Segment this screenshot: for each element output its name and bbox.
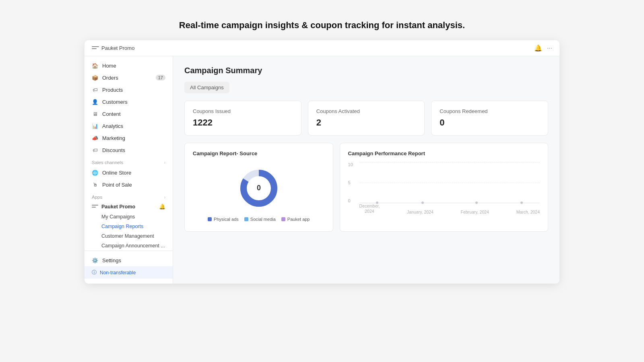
sidebar-item-analytics[interactable]: 📊 Analytics bbox=[85, 120, 173, 132]
sidebar-item-orders[interactable]: 📦 Orders 17 bbox=[85, 72, 173, 84]
data-dots bbox=[359, 162, 540, 203]
sidebar-item-point-of-sale[interactable]: 🖱 Point of Sale bbox=[85, 179, 173, 191]
filter-bar: All Campaigns bbox=[184, 82, 548, 93]
campaign-summary-title: Campaign Summary bbox=[184, 66, 548, 75]
sidebar-item-label: Point of Sale bbox=[102, 182, 132, 188]
performance-chart: 10 5 0 bbox=[348, 162, 540, 214]
campaign-filter-dropdown[interactable]: All Campaigns bbox=[184, 82, 229, 93]
x-label-dec: December,2024 bbox=[359, 204, 380, 214]
source-chart-title: Campaign Report- Source bbox=[193, 150, 325, 156]
customer-management-label: Customer Management bbox=[101, 233, 154, 239]
pauket-promo-label: Pauket Promo bbox=[101, 204, 135, 210]
social-media-label: Social media bbox=[250, 217, 276, 222]
my-campaigns-label: My Campaigns bbox=[101, 214, 135, 220]
campaign-reports-label: Campaign Reports bbox=[101, 224, 143, 229]
orders-badge: 17 bbox=[156, 75, 165, 80]
y-label-5: 5 bbox=[348, 180, 357, 185]
sidebar-item-label: Online Store bbox=[102, 170, 131, 176]
sidebar-item-label: Orders bbox=[102, 75, 118, 81]
coupons-issued-card: Coupons Issued 1222 bbox=[184, 101, 301, 136]
non-transferable-label: Non-transferable bbox=[100, 270, 136, 276]
sidebar-item-marketing[interactable]: 📣 Marketing bbox=[85, 132, 173, 144]
sidebar-item-label: Content bbox=[102, 111, 121, 117]
donut-chart: 0 bbox=[237, 166, 281, 210]
sidebar: 🏠 Home 📦 Orders 17 🏷 Products 👤 Cus bbox=[85, 56, 173, 284]
sidebar-item-label: Analytics bbox=[102, 123, 123, 129]
charts-row: Campaign Report- Source 0 bbox=[184, 143, 548, 232]
y-label-0: 0 bbox=[348, 198, 357, 203]
donut-legend: Physical ads Social media Pauket app bbox=[208, 217, 310, 222]
bell-icon[interactable]: 🔔 bbox=[534, 44, 542, 52]
online-store-icon: 🌐 bbox=[92, 169, 98, 176]
apps-section: Apps › bbox=[85, 191, 173, 201]
sidebar-item-label: Home bbox=[102, 63, 116, 69]
performance-chart-title: Campaign Performance Report bbox=[348, 150, 540, 156]
source-chart-card: Campaign Report- Source 0 bbox=[184, 143, 333, 232]
logo-icon bbox=[92, 46, 99, 50]
pauket-promo-header[interactable]: Pauket Promo 🔔 bbox=[85, 201, 173, 212]
pauket-bell-icon[interactable]: 🔔 bbox=[159, 204, 165, 210]
main-content: Campaign Summary All Campaigns Coupons I… bbox=[173, 56, 559, 284]
coupons-redeemed-label: Coupons Redeemed bbox=[440, 108, 540, 114]
app-name: Pauket Promo bbox=[101, 45, 134, 51]
sidebar-item-label: Products bbox=[102, 87, 123, 93]
analytics-icon: 📊 bbox=[92, 123, 98, 129]
sidebar-item-discounts[interactable]: 🏷 Discounts bbox=[85, 144, 173, 156]
x-axis-labels: December,2024 January, 2024 February, 20… bbox=[359, 203, 540, 214]
sidebar-item-home[interactable]: 🏠 Home bbox=[85, 60, 173, 72]
app-body: 🏠 Home 📦 Orders 17 🏷 Products 👤 Cus bbox=[85, 56, 559, 284]
donut-container: 0 Physical ads Social media bbox=[193, 162, 325, 224]
coupons-activated-card: Coupons Activated 2 bbox=[308, 101, 425, 136]
sales-channels-section: Sales channels › bbox=[85, 156, 173, 167]
legend-social-media: Social media bbox=[244, 217, 276, 222]
sidebar-nav: 🏠 Home 📦 Orders 17 🏷 Products 👤 Cus bbox=[85, 60, 173, 251]
products-icon: 🏷 bbox=[92, 86, 98, 93]
sidebar-item-products[interactable]: 🏷 Products bbox=[85, 84, 173, 96]
performance-chart-card: Campaign Performance Report 10 5 0 bbox=[340, 143, 548, 232]
sidebar-item-label: Marketing bbox=[102, 135, 125, 141]
coupons-activated-value: 2 bbox=[316, 117, 417, 128]
campaign-announcement-label: Campaign Announcement ... bbox=[101, 243, 165, 249]
app-logo: Pauket Promo bbox=[92, 45, 134, 51]
sidebar-item-label: Discounts bbox=[102, 147, 125, 153]
sidebar-bottom: ⚙️ Settings ⓘ Non-transferable bbox=[85, 251, 173, 280]
settings-label: Settings bbox=[102, 257, 121, 263]
sidebar-settings[interactable]: ⚙️ Settings bbox=[85, 254, 173, 266]
pos-icon: 🖱 bbox=[92, 181, 98, 188]
content-icon: 🖥 bbox=[92, 111, 98, 117]
coupons-activated-label: Coupons Activated bbox=[316, 108, 417, 114]
more-options-icon[interactable]: ··· bbox=[547, 45, 552, 52]
apps-chevron: › bbox=[164, 195, 165, 200]
sidebar-sub-campaign-announcement[interactable]: Campaign Announcement ... bbox=[85, 241, 173, 251]
marketing-icon: 📣 bbox=[92, 135, 98, 141]
svg-text:0: 0 bbox=[257, 184, 261, 192]
pauket-icon bbox=[92, 205, 98, 209]
physical-ads-label: Physical ads bbox=[214, 217, 239, 222]
sidebar-sub-campaign-reports[interactable]: Campaign Reports bbox=[85, 222, 173, 231]
coupons-issued-value: 1222 bbox=[193, 117, 293, 128]
x-label-feb: February, 2024 bbox=[461, 210, 489, 214]
title-bar: Pauket Promo 🔔 ··· bbox=[85, 40, 559, 56]
coupons-issued-label: Coupons Issued bbox=[193, 108, 293, 114]
y-label-10: 10 bbox=[348, 162, 357, 167]
sales-channels-chevron: › bbox=[164, 160, 165, 165]
sidebar-item-online-store[interactable]: 🌐 Online Store bbox=[85, 167, 173, 179]
non-transferable-item[interactable]: ⓘ Non-transferable bbox=[85, 266, 173, 279]
sidebar-item-content[interactable]: 🖥 Content bbox=[85, 108, 173, 120]
info-icon: ⓘ bbox=[92, 269, 97, 276]
pauket-app-dot bbox=[281, 217, 285, 221]
social-media-dot bbox=[244, 217, 248, 221]
discounts-icon: 🏷 bbox=[92, 147, 98, 153]
x-label-mar: March, 2024 bbox=[516, 210, 540, 214]
sidebar-sub-my-campaigns[interactable]: My Campaigns bbox=[85, 212, 173, 222]
y-axis-labels: 10 5 0 bbox=[348, 162, 357, 203]
pauket-app-label: Pauket app bbox=[287, 217, 310, 222]
settings-icon: ⚙️ bbox=[92, 257, 98, 263]
coupons-redeemed-value: 0 bbox=[440, 117, 540, 128]
sidebar-item-customers[interactable]: 👤 Customers bbox=[85, 96, 173, 108]
sidebar-sub-customer-management[interactable]: Customer Management bbox=[85, 231, 173, 241]
title-bar-actions: 🔔 ··· bbox=[534, 44, 552, 52]
legend-physical-ads: Physical ads bbox=[208, 217, 239, 222]
legend-pauket-app: Pauket app bbox=[281, 217, 310, 222]
customers-icon: 👤 bbox=[92, 99, 98, 105]
